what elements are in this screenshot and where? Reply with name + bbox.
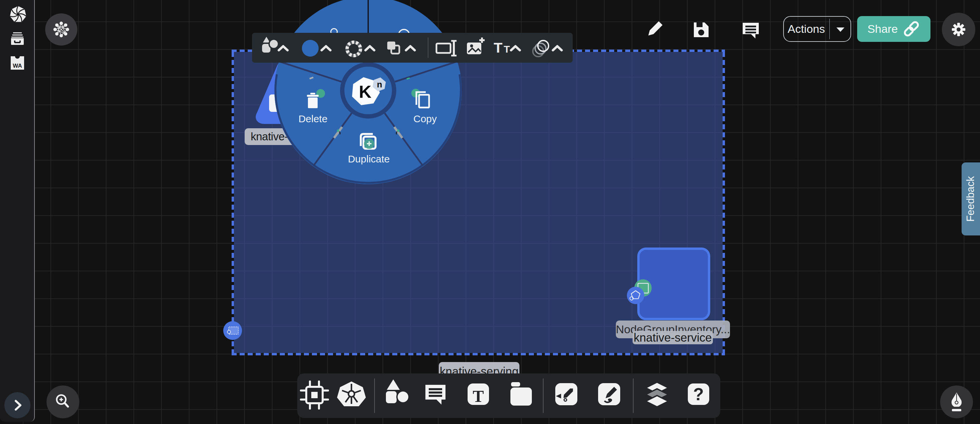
svg-text:T: T [494,40,503,56]
svg-text:T: T [504,43,510,54]
svg-text:Copy: Copy [414,113,437,124]
svg-text:WA: WA [13,63,22,69]
svg-text:Duplicate: Duplicate [348,153,390,164]
svg-text:Delete: Delete [299,113,328,124]
svg-text:K: K [359,82,372,102]
svg-text:?: ? [693,384,704,404]
svg-text:T: T [473,387,484,406]
svg-text:n: n [377,80,382,89]
